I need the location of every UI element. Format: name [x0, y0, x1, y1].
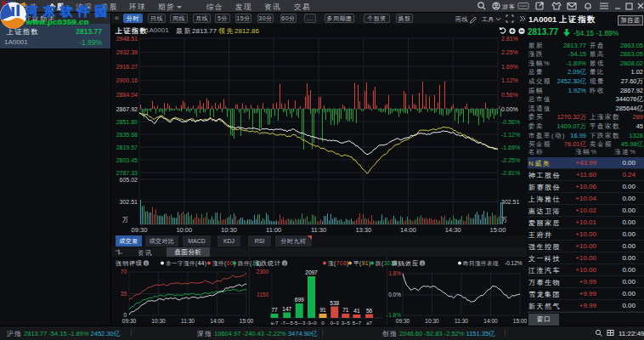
svg-text:41: 41: [353, 308, 360, 314]
svg-text:2932.39: 2932.39: [116, 49, 138, 55]
svg-text:11:00: 11:00: [266, 226, 281, 234]
svg-text:15:00: 15:00: [513, 318, 527, 324]
svg-text:2916.27: 2916.27: [116, 64, 138, 70]
svg-text:-0.12%: -0.12%: [505, 260, 523, 266]
svg-text:14:00: 14:00: [483, 318, 498, 324]
svg-text:2867.92: 2867.92: [116, 106, 138, 112]
svg-text:77: 77: [271, 307, 278, 313]
svg-text:非一字涨停(44): 非一字涨停(44): [166, 260, 207, 267]
svg-text:-1.12%: -1.12%: [501, 132, 520, 138]
svg-text:11:30: 11:30: [455, 318, 468, 324]
svg-text:-1.8%: -1.8%: [387, 312, 401, 318]
svg-text:1.69%: 1.69%: [501, 64, 518, 70]
svg-text:-5~-3: -5~-3: [293, 320, 306, 326]
svg-text:15:00: 15:00: [240, 318, 254, 324]
svg-text:302.51: 302.51: [501, 199, 520, 205]
svg-text:1150: 1150: [257, 292, 268, 298]
svg-text:70: 70: [121, 269, 127, 275]
svg-text:2835.68: 2835.68: [116, 132, 138, 138]
svg-text:2300: 2300: [257, 269, 269, 275]
svg-text:赚钱效应: 赚钱效应: [392, 259, 419, 267]
svg-text:画线: 画线: [455, 16, 468, 22]
svg-text:≤-7: ≤-7: [271, 320, 279, 326]
svg-text:11:30: 11:30: [311, 226, 326, 234]
svg-text:-1.69%: -1.69%: [501, 144, 520, 150]
svg-text:10:30: 10:30: [151, 318, 166, 324]
svg-text:涨跌统计: 涨跌统计: [254, 260, 281, 267]
svg-text:13:30: 13:30: [355, 226, 371, 234]
svg-text:3~5: 3~5: [342, 320, 351, 326]
svg-text:5~7: 5~7: [353, 320, 362, 326]
svg-text:2787.33: 2787.33: [116, 170, 138, 176]
svg-text:538: 538: [330, 300, 339, 306]
svg-text:0.00%: 0.00%: [501, 106, 518, 112]
svg-text:0: 0: [123, 312, 127, 318]
svg-text:2.25%: 2.25%: [501, 49, 518, 55]
svg-text:2097: 2097: [305, 269, 318, 275]
svg-text:09:30: 09:30: [396, 318, 410, 324]
svg-text:2948.51: 2948.51: [116, 36, 138, 42]
svg-text:15:00: 15:00: [490, 226, 506, 234]
svg-text:2819.57: 2819.57: [116, 144, 138, 150]
svg-text:14:00: 14:00: [400, 226, 416, 234]
svg-text:09:30: 09:30: [132, 226, 148, 234]
svg-text:10:30: 10:30: [425, 318, 439, 324]
svg-text:0~3: 0~3: [330, 320, 340, 326]
svg-text:0: 0: [321, 320, 325, 326]
svg-text:2900.16: 2900.16: [116, 77, 138, 83]
svg-text:万: 万: [122, 217, 128, 223]
svg-text:0.0%: 0.0%: [388, 292, 401, 298]
svg-text:1.8%: 1.8%: [388, 270, 401, 276]
svg-text:10:30: 10:30: [221, 226, 237, 234]
svg-text:游客: 游客: [502, 3, 516, 10]
svg-text:-2.25%: -2.25%: [501, 157, 520, 163]
svg-text:56: 56: [366, 308, 373, 314]
svg-text:-2.81%: -2.81%: [501, 170, 520, 176]
svg-text:302.51: 302.51: [120, 199, 138, 205]
svg-text:2884.04: 2884.04: [116, 92, 138, 98]
svg-text:1.12%: 1.12%: [501, 77, 518, 83]
svg-text:昨日涨停表现: 昨日涨停表现: [463, 260, 499, 267]
svg-text:0.56%: 0.56%: [501, 92, 518, 98]
svg-text:2851.80: 2851.80: [116, 119, 138, 125]
svg-text:2.81%: 2.81%: [501, 36, 518, 42]
svg-text:605.02: 605.02: [120, 177, 138, 183]
svg-text:699: 699: [295, 297, 304, 303]
svg-text:≥7: ≥7: [366, 320, 372, 326]
svg-text:09:30: 09:30: [122, 318, 137, 324]
svg-text:147: 147: [282, 306, 291, 312]
svg-text:10:00: 10:00: [176, 226, 192, 234]
svg-text:71: 71: [342, 307, 349, 313]
svg-text:-7~-5: -7~-5: [281, 320, 294, 326]
svg-text:14:00: 14:00: [210, 318, 224, 324]
svg-text:-0.56%: -0.56%: [501, 119, 520, 125]
svg-text:91: 91: [319, 307, 326, 313]
svg-text:涨停(60): 涨停(60): [212, 260, 236, 267]
svg-text:11:30: 11:30: [181, 318, 195, 324]
svg-text:平(91): 平(91): [353, 260, 371, 267]
svg-text:-3~0: -3~0: [306, 320, 317, 326]
svg-text:工具: 工具: [482, 16, 494, 23]
svg-text:2803.45: 2803.45: [116, 157, 138, 163]
svg-text:35: 35: [121, 291, 127, 297]
svg-text:14:30: 14:30: [445, 226, 461, 234]
svg-text:强弱评级: 强弱评级: [115, 260, 143, 267]
svg-text:涨(706): 涨(706): [328, 260, 349, 267]
